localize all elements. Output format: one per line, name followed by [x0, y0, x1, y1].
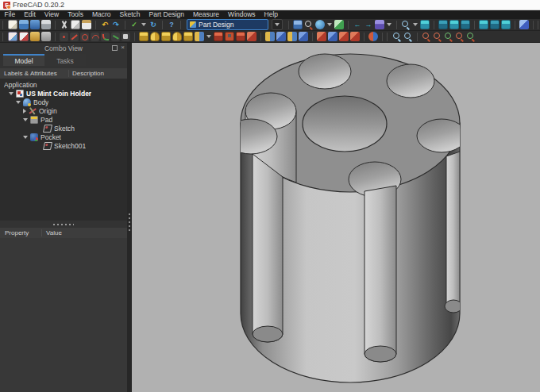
- fit-all-icon[interactable]: [304, 20, 314, 29]
- tree-item-pad[interactable]: Pad: [0, 115, 127, 124]
- menu-windows[interactable]: Windows: [224, 10, 260, 19]
- additive-caret-icon[interactable]: [206, 35, 211, 38]
- groove-icon[interactable]: [236, 32, 245, 41]
- isometric-view-icon[interactable]: [420, 20, 430, 29]
- menu-part-design[interactable]: Part Design: [145, 10, 188, 19]
- refresh-icon[interactable]: ↻: [148, 20, 158, 29]
- additive-pipe-icon[interactable]: [172, 32, 182, 41]
- tree-item-pocket[interactable]: Pocket: [0, 133, 127, 141]
- draw-style-icon[interactable]: [315, 20, 325, 29]
- redo-icon[interactable]: ↷: [111, 20, 121, 29]
- tree-item-sketch001[interactable]: Sketch001: [0, 141, 127, 150]
- toolbar-grip[interactable]: [2, 21, 5, 29]
- hole-icon[interactable]: [225, 32, 234, 41]
- chevron-collapsed-icon[interactable]: [23, 109, 26, 113]
- linear-pattern-icon[interactable]: [276, 32, 286, 41]
- validate-dropdown-caret-icon[interactable]: [141, 23, 146, 26]
- create-circle-icon[interactable]: [80, 33, 89, 41]
- menu-file[interactable]: File: [0, 10, 20, 19]
- edit-sketch-icon[interactable]: [19, 32, 29, 41]
- menu-macro[interactable]: Macro: [87, 10, 115, 19]
- create-point-icon[interactable]: [60, 33, 68, 41]
- close-panel-icon[interactable]: ×: [121, 44, 125, 51]
- rear-view-icon[interactable]: [479, 20, 488, 29]
- copy-icon[interactable]: [71, 20, 80, 29]
- left-view-icon[interactable]: [501, 20, 511, 29]
- measure-toggle-delta-icon[interactable]: [466, 32, 476, 41]
- revolution-icon[interactable]: [150, 32, 160, 41]
- subtractive-loft-icon[interactable]: [247, 32, 256, 41]
- chevron-expanded-icon[interactable]: [16, 101, 21, 104]
- toolbar-grip[interactable]: [387, 33, 389, 41]
- create-sketch-icon[interactable]: [8, 32, 17, 41]
- leave-sketch-icon[interactable]: [30, 32, 40, 41]
- top-view-icon[interactable]: [449, 20, 459, 29]
- external-geometry-icon[interactable]: [122, 33, 130, 41]
- multitransform-icon[interactable]: [299, 32, 308, 41]
- map-sketch-icon[interactable]: [41, 32, 51, 41]
- additive-primitive-icon[interactable]: [195, 32, 204, 41]
- additive-helix-icon[interactable]: [183, 32, 193, 41]
- bottom-view-icon[interactable]: [490, 20, 499, 29]
- measure-toggle-3d-icon[interactable]: [455, 32, 465, 41]
- float-panel-icon[interactable]: [112, 45, 118, 51]
- zoom-caret-icon[interactable]: [413, 23, 418, 26]
- menu-tools[interactable]: Tools: [64, 10, 88, 19]
- additive-loft-icon[interactable]: [161, 32, 171, 41]
- menu-measure[interactable]: Measure: [189, 10, 224, 19]
- tree-item-document[interactable]: US Mint Coin Holder: [0, 89, 127, 98]
- boolean-operation-icon[interactable]: [368, 32, 378, 41]
- menu-view[interactable]: View: [40, 10, 63, 19]
- menu-edit[interactable]: Edit: [20, 10, 40, 19]
- chevron-expanded-icon[interactable]: [23, 136, 28, 139]
- back-icon[interactable]: ←: [353, 20, 362, 29]
- draft-icon[interactable]: [339, 32, 349, 41]
- tree-item-origin[interactable]: Origin: [0, 106, 127, 115]
- property-editor-empty[interactable]: [0, 238, 127, 392]
- measure-toggle-all-icon[interactable]: [444, 32, 453, 41]
- validate-sketch-icon[interactable]: ✓: [129, 20, 139, 29]
- tab-model[interactable]: Model: [3, 54, 44, 66]
- tree-root-application[interactable]: Application: [0, 80, 127, 89]
- create-fillet-icon[interactable]: [101, 33, 110, 41]
- measure-linear-icon[interactable]: [392, 32, 402, 41]
- zoom-icon[interactable]: [401, 20, 411, 29]
- draw-style-caret-icon[interactable]: [327, 23, 332, 26]
- front-view-icon[interactable]: [438, 20, 448, 29]
- tree-header-labels[interactable]: Labels & Attributes: [0, 70, 68, 77]
- fillet-icon[interactable]: [317, 32, 326, 41]
- measure-refresh-icon[interactable]: [422, 32, 431, 41]
- tree-item-sketch[interactable]: Sketch: [0, 124, 127, 133]
- forward-icon[interactable]: →: [364, 20, 373, 29]
- open-document-icon[interactable]: [19, 20, 29, 29]
- create-part-icon[interactable]: [293, 20, 303, 29]
- property-header[interactable]: Property: [0, 229, 41, 236]
- cut-icon[interactable]: [60, 20, 69, 29]
- linked-view-icon[interactable]: [375, 20, 384, 29]
- measure-distance-icon[interactable]: [519, 20, 529, 29]
- menu-sketch[interactable]: Sketch: [115, 10, 145, 19]
- select-box-icon[interactable]: [334, 20, 344, 29]
- linked-view-caret-icon[interactable]: [387, 23, 392, 26]
- paste-icon[interactable]: [82, 20, 91, 29]
- workbench-selector[interactable]: Part Design: [187, 19, 268, 30]
- new-document-icon[interactable]: [8, 20, 17, 29]
- pad-icon[interactable]: [139, 32, 148, 41]
- 3d-viewport[interactable]: [132, 43, 540, 392]
- chevron-expanded-icon[interactable]: [9, 92, 14, 95]
- mirrored-icon[interactable]: [265, 32, 275, 41]
- tree-property-splitter[interactable]: [0, 221, 127, 228]
- save-document-icon[interactable]: [30, 20, 40, 29]
- tree-item-body[interactable]: Body: [0, 98, 127, 106]
- chamfer-icon[interactable]: [328, 32, 338, 41]
- undo-icon[interactable]: ↶: [100, 20, 110, 29]
- measure-clear-all-icon[interactable]: [433, 32, 442, 41]
- menu-help[interactable]: Help: [260, 10, 282, 19]
- value-header[interactable]: Value: [41, 229, 127, 236]
- thickness-icon[interactable]: [350, 32, 360, 41]
- chevron-expanded-icon[interactable]: [23, 118, 28, 121]
- trim-edge-icon[interactable]: [111, 33, 120, 41]
- tree-header-description[interactable]: Description: [68, 70, 127, 77]
- measure-angular-icon[interactable]: [403, 32, 413, 41]
- workbench-caret[interactable]: [272, 19, 283, 30]
